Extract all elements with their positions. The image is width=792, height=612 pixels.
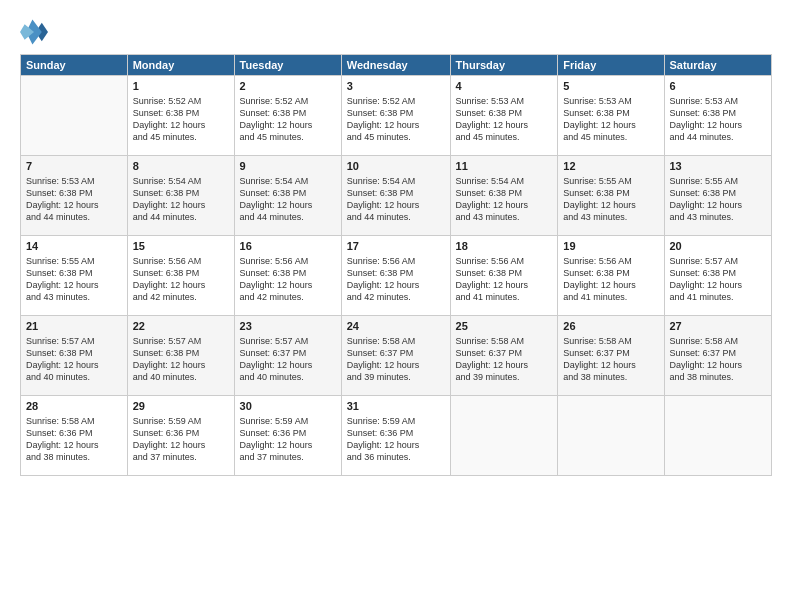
day-info: Sunrise: 5:55 AM	[26, 255, 122, 267]
day-info: Sunset: 6:36 PM	[26, 427, 122, 439]
day-info: Sunrise: 5:59 AM	[133, 415, 229, 427]
calendar-cell: 23Sunrise: 5:57 AMSunset: 6:37 PMDayligh…	[234, 316, 341, 396]
day-info: Sunset: 6:38 PM	[26, 347, 122, 359]
day-info: Daylight: 12 hours	[26, 199, 122, 211]
day-info: Sunrise: 5:52 AM	[347, 95, 445, 107]
day-info: Sunrise: 5:53 AM	[563, 95, 658, 107]
logo	[20, 18, 52, 46]
day-info: and 43 minutes.	[563, 211, 658, 223]
day-number: 6	[670, 79, 767, 94]
day-info: Daylight: 12 hours	[26, 439, 122, 451]
day-info: and 42 minutes.	[347, 291, 445, 303]
day-info: Daylight: 12 hours	[240, 119, 336, 131]
day-info: Daylight: 12 hours	[347, 119, 445, 131]
day-info: Sunset: 6:37 PM	[563, 347, 658, 359]
day-info: Sunrise: 5:54 AM	[347, 175, 445, 187]
day-info: Sunrise: 5:57 AM	[26, 335, 122, 347]
day-number: 10	[347, 159, 445, 174]
day-info: and 39 minutes.	[456, 371, 553, 383]
calendar-cell: 16Sunrise: 5:56 AMSunset: 6:38 PMDayligh…	[234, 236, 341, 316]
day-number: 1	[133, 79, 229, 94]
calendar-cell: 4Sunrise: 5:53 AMSunset: 6:38 PMDaylight…	[450, 76, 558, 156]
day-number: 5	[563, 79, 658, 94]
weekday-header-thursday: Thursday	[450, 55, 558, 76]
day-info: and 45 minutes.	[240, 131, 336, 143]
day-info: Daylight: 12 hours	[133, 439, 229, 451]
day-info: Sunset: 6:38 PM	[133, 187, 229, 199]
day-info: and 41 minutes.	[456, 291, 553, 303]
day-info: Daylight: 12 hours	[347, 279, 445, 291]
day-info: Sunset: 6:36 PM	[240, 427, 336, 439]
day-info: and 43 minutes.	[670, 211, 767, 223]
day-number: 15	[133, 239, 229, 254]
logo-icon	[20, 18, 48, 46]
calendar-cell: 7Sunrise: 5:53 AMSunset: 6:38 PMDaylight…	[21, 156, 128, 236]
day-info: Daylight: 12 hours	[563, 119, 658, 131]
day-info: Sunrise: 5:58 AM	[563, 335, 658, 347]
day-info: Sunset: 6:38 PM	[347, 187, 445, 199]
calendar-cell: 13Sunrise: 5:55 AMSunset: 6:38 PMDayligh…	[664, 156, 772, 236]
day-info: Sunset: 6:38 PM	[347, 107, 445, 119]
day-number: 28	[26, 399, 122, 414]
day-info: Sunrise: 5:57 AM	[670, 255, 767, 267]
day-info: Sunset: 6:38 PM	[456, 267, 553, 279]
day-info: Daylight: 12 hours	[133, 359, 229, 371]
day-info: and 42 minutes.	[133, 291, 229, 303]
day-info: Daylight: 12 hours	[240, 359, 336, 371]
day-number: 21	[26, 319, 122, 334]
day-info: Sunrise: 5:55 AM	[563, 175, 658, 187]
day-info: Sunset: 6:37 PM	[670, 347, 767, 359]
day-info: Sunrise: 5:58 AM	[670, 335, 767, 347]
day-info: Daylight: 12 hours	[347, 359, 445, 371]
day-info: and 45 minutes.	[347, 131, 445, 143]
day-info: and 44 minutes.	[347, 211, 445, 223]
day-number: 30	[240, 399, 336, 414]
day-info: Sunrise: 5:57 AM	[240, 335, 336, 347]
day-info: and 44 minutes.	[133, 211, 229, 223]
calendar-cell: 30Sunrise: 5:59 AMSunset: 6:36 PMDayligh…	[234, 396, 341, 476]
day-info: Sunset: 6:38 PM	[670, 107, 767, 119]
day-number: 27	[670, 319, 767, 334]
day-info: Sunset: 6:38 PM	[563, 187, 658, 199]
day-info: Sunrise: 5:59 AM	[347, 415, 445, 427]
day-info: Sunset: 6:37 PM	[240, 347, 336, 359]
weekday-header-sunday: Sunday	[21, 55, 128, 76]
calendar-cell: 19Sunrise: 5:56 AMSunset: 6:38 PMDayligh…	[558, 236, 664, 316]
day-info: Daylight: 12 hours	[563, 279, 658, 291]
weekday-header-monday: Monday	[127, 55, 234, 76]
day-info: Sunrise: 5:53 AM	[670, 95, 767, 107]
day-info: and 45 minutes.	[456, 131, 553, 143]
day-number: 26	[563, 319, 658, 334]
day-info: Sunrise: 5:56 AM	[240, 255, 336, 267]
day-info: and 43 minutes.	[26, 291, 122, 303]
day-info: and 44 minutes.	[240, 211, 336, 223]
day-info: and 44 minutes.	[26, 211, 122, 223]
day-info: Sunrise: 5:54 AM	[240, 175, 336, 187]
day-info: Sunset: 6:38 PM	[563, 107, 658, 119]
day-info: Sunrise: 5:54 AM	[133, 175, 229, 187]
day-info: Daylight: 12 hours	[26, 359, 122, 371]
day-info: Daylight: 12 hours	[133, 279, 229, 291]
calendar-week-row: 1Sunrise: 5:52 AMSunset: 6:38 PMDaylight…	[21, 76, 772, 156]
day-info: and 38 minutes.	[563, 371, 658, 383]
calendar-cell: 26Sunrise: 5:58 AMSunset: 6:37 PMDayligh…	[558, 316, 664, 396]
calendar-cell: 15Sunrise: 5:56 AMSunset: 6:38 PMDayligh…	[127, 236, 234, 316]
calendar-cell: 17Sunrise: 5:56 AMSunset: 6:38 PMDayligh…	[341, 236, 450, 316]
day-number: 7	[26, 159, 122, 174]
calendar-cell: 27Sunrise: 5:58 AMSunset: 6:37 PMDayligh…	[664, 316, 772, 396]
day-info: Sunrise: 5:57 AM	[133, 335, 229, 347]
day-number: 20	[670, 239, 767, 254]
day-number: 11	[456, 159, 553, 174]
day-number: 9	[240, 159, 336, 174]
day-info: Daylight: 12 hours	[456, 279, 553, 291]
calendar-cell: 24Sunrise: 5:58 AMSunset: 6:37 PMDayligh…	[341, 316, 450, 396]
calendar-week-row: 28Sunrise: 5:58 AMSunset: 6:36 PMDayligh…	[21, 396, 772, 476]
calendar-cell: 2Sunrise: 5:52 AMSunset: 6:38 PMDaylight…	[234, 76, 341, 156]
day-info: Sunset: 6:37 PM	[456, 347, 553, 359]
day-number: 19	[563, 239, 658, 254]
day-info: Daylight: 12 hours	[240, 279, 336, 291]
day-info: Sunset: 6:38 PM	[347, 267, 445, 279]
calendar-cell: 10Sunrise: 5:54 AMSunset: 6:38 PMDayligh…	[341, 156, 450, 236]
weekday-header-row: SundayMondayTuesdayWednesdayThursdayFrid…	[21, 55, 772, 76]
day-info: and 38 minutes.	[26, 451, 122, 463]
